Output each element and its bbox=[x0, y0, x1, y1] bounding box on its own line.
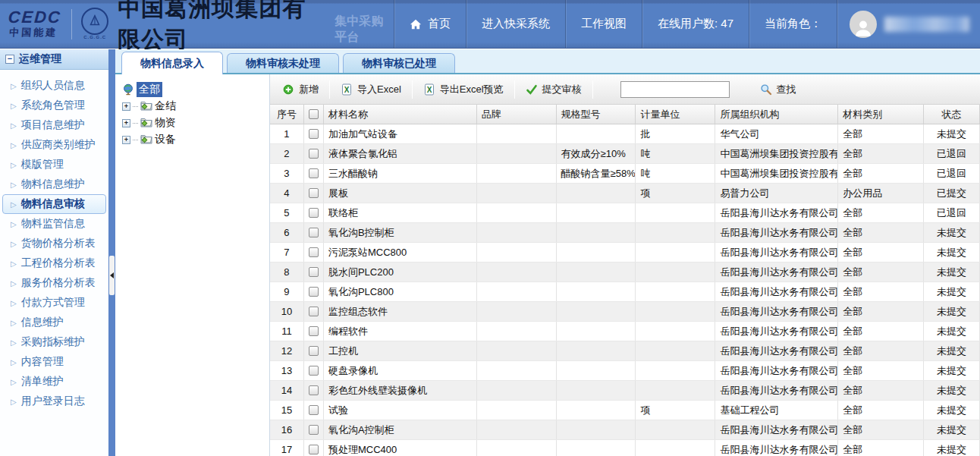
row-checkbox[interactable] bbox=[309, 405, 319, 415]
sidebar-item[interactable]: ▷组织人员信息 bbox=[2, 76, 106, 96]
table-row[interactable]: 15试验项基础工程公司全部未提交 bbox=[270, 401, 980, 420]
sidebar-item[interactable]: ▷模版管理 bbox=[2, 155, 106, 175]
add-button[interactable]: 新增 bbox=[276, 80, 325, 99]
row-checkbox[interactable] bbox=[309, 228, 319, 237]
nav-work-view[interactable]: 工作视图 bbox=[565, 0, 642, 48]
sidebar-item[interactable]: ▷货物价格分析表 bbox=[2, 234, 106, 253]
row-checkbox[interactable] bbox=[309, 208, 319, 218]
tree-expander-icon[interactable]: + bbox=[122, 102, 130, 111]
sidebar-item[interactable]: ▷项目信息维护 bbox=[2, 115, 106, 135]
sidebar-splitter[interactable] bbox=[108, 49, 115, 456]
sidebar-group-header[interactable]: − 运维管理 bbox=[0, 49, 108, 70]
table-row[interactable]: 12工控机岳阳县海川达水务有限公司全部未提交 bbox=[270, 341, 980, 361]
sidebar-item[interactable]: ▷服务价格分析表 bbox=[2, 273, 106, 293]
cell-org: 岳阳县海川达水务有限公司 bbox=[715, 420, 838, 439]
sidebar-collapse-handle[interactable] bbox=[109, 256, 115, 295]
row-checkbox[interactable] bbox=[309, 425, 319, 435]
home-icon bbox=[410, 18, 422, 30]
search-input[interactable] bbox=[620, 81, 730, 98]
sidebar-item[interactable]: ▷物料信息审核 bbox=[2, 194, 106, 214]
user-chip[interactable] bbox=[837, 0, 980, 48]
table-row[interactable]: 5联络柜岳阳县海川达水务有限公司全部已退回 bbox=[270, 203, 980, 223]
row-checkbox[interactable] bbox=[309, 129, 319, 139]
tree-node[interactable]: +物资 bbox=[121, 115, 269, 131]
find-button[interactable]: 查找 bbox=[754, 80, 803, 99]
cell-seq: 5 bbox=[270, 203, 304, 222]
company-emblem-icon: C.G.G.C bbox=[81, 8, 108, 40]
tree-expander-icon[interactable]: + bbox=[122, 136, 130, 144]
sidebar-item[interactable]: ▷信息维护 bbox=[2, 313, 106, 332]
platform-subtitle: 集中采购平台 bbox=[335, 14, 394, 46]
table-row[interactable]: 2液体聚合氯化铝有效成分≥10%吨中国葛洲坝集团投资控股有限公司全部已退回 bbox=[270, 144, 980, 164]
tree-node[interactable]: +金结 bbox=[121, 98, 269, 115]
table-row[interactable]: 17预处理MCC400岳阳县海川达水务有限公司全部未提交 bbox=[270, 440, 980, 456]
sidebar-item[interactable]: ▷工程价格分析表 bbox=[2, 253, 106, 273]
cell-name: 加油加气站设备 bbox=[324, 124, 477, 143]
cell-brand bbox=[477, 440, 557, 456]
table-row[interactable]: 7污泥泵站MCC800岳阳县海川达水务有限公司全部未提交 bbox=[270, 243, 980, 263]
row-checkbox[interactable] bbox=[309, 247, 319, 257]
table-row[interactable]: 10监控组态软件岳阳县海川达水务有限公司全部未提交 bbox=[270, 302, 980, 322]
column-header-org[interactable]: 所属组织机构 bbox=[715, 105, 838, 124]
table-row[interactable]: 13硬盘录像机岳阳县海川达水务有限公司全部未提交 bbox=[270, 361, 980, 381]
table-row[interactable]: 8脱水间PLC200岳阳县海川达水务有限公司全部未提交 bbox=[270, 263, 980, 282]
table-row[interactable]: 9氧化沟PLC800岳阳县海川达水务有限公司全部未提交 bbox=[270, 282, 980, 302]
row-checkbox[interactable] bbox=[309, 307, 319, 316]
cell-spec bbox=[557, 381, 636, 400]
row-checkbox[interactable] bbox=[309, 267, 319, 277]
sidebar-item[interactable]: ▷用户登录日志 bbox=[2, 392, 106, 411]
table-row[interactable]: 6氧化沟B控制柜岳阳县海川达水务有限公司全部未提交 bbox=[270, 223, 980, 243]
row-checkbox[interactable] bbox=[309, 326, 319, 336]
toolbar-divider bbox=[329, 80, 330, 99]
svg-text:X: X bbox=[344, 86, 350, 94]
row-checkbox[interactable] bbox=[309, 366, 319, 376]
column-header-unit[interactable]: 计量单位 bbox=[636, 105, 715, 124]
tree-expander-icon[interactable]: + bbox=[122, 119, 130, 127]
table-row[interactable]: 16氧化沟A控制柜岳阳县海川达水务有限公司全部未提交 bbox=[270, 420, 980, 440]
column-header-name[interactable]: 材料名称 bbox=[324, 105, 477, 124]
cell-name: 液体聚合氯化铝 bbox=[324, 144, 477, 163]
tab-material-entry[interactable]: 物料信息录入 bbox=[121, 52, 223, 74]
cell-name: 展板 bbox=[324, 184, 477, 203]
tree-node[interactable]: +设备 bbox=[121, 131, 269, 148]
cell-brand bbox=[477, 282, 557, 301]
row-checkbox[interactable] bbox=[309, 346, 319, 356]
sidebar-item[interactable]: ▷采购指标维护 bbox=[2, 332, 106, 352]
sidebar-item[interactable]: ▷物料信息维护 bbox=[2, 175, 106, 194]
nav-quick-procurement[interactable]: 进入快采系统 bbox=[466, 0, 565, 48]
nav-home[interactable]: 首页 bbox=[394, 0, 466, 48]
table-row[interactable]: 11编程软件岳阳县海川达水务有限公司全部未提交 bbox=[270, 322, 980, 341]
submit-review-button[interactable]: 提交审核 bbox=[520, 80, 588, 99]
row-checkbox[interactable] bbox=[309, 385, 319, 395]
table-row[interactable]: 4展板项易普力公司办公用品已提交 bbox=[270, 184, 980, 203]
export-excel-button[interactable]: X 导出Excel预览 bbox=[417, 80, 510, 99]
sidebar-item[interactable]: ▷供应商类别维护 bbox=[2, 135, 106, 155]
tab-review-processed[interactable]: 物料审核已处理 bbox=[343, 53, 455, 73]
row-checkbox[interactable] bbox=[309, 188, 319, 198]
app-header: CEDC 中国能建 C.G.G.C 中国葛洲坝集团有限公司 集中采购平台 首页 … bbox=[0, 0, 980, 49]
column-header-category[interactable]: 材料类别 bbox=[838, 105, 924, 124]
collapse-minus-icon[interactable]: − bbox=[5, 55, 14, 64]
sidebar-item[interactable]: ▷清单维护 bbox=[2, 372, 106, 392]
sidebar-item[interactable]: ▷内容管理 bbox=[2, 352, 106, 372]
select-all-checkbox[interactable] bbox=[309, 109, 319, 119]
column-header-status[interactable]: 状态 bbox=[924, 105, 980, 124]
row-checkbox[interactable] bbox=[309, 168, 319, 178]
table-row[interactable]: 1加油加气站设备批华气公司全部未提交 bbox=[270, 124, 980, 144]
cell-spec bbox=[557, 322, 636, 341]
sidebar-item[interactable]: ▷付款方式管理 bbox=[2, 293, 106, 313]
sidebar-item[interactable]: ▷物料监管信息 bbox=[2, 214, 106, 234]
row-checkbox[interactable] bbox=[309, 149, 319, 159]
column-header-brand[interactable]: 品牌 bbox=[477, 105, 557, 124]
tree-node-all[interactable]: 全部 bbox=[121, 81, 269, 98]
category-tree: 全部 +金结+物资+设备 bbox=[115, 74, 270, 456]
row-checkbox[interactable] bbox=[309, 287, 319, 297]
column-header-spec[interactable]: 规格型号 bbox=[557, 105, 636, 124]
column-header-seq[interactable]: 序号 bbox=[270, 105, 304, 124]
import-excel-button[interactable]: X 导入Excel bbox=[335, 80, 407, 99]
tab-review-pending[interactable]: 物料审核未处理 bbox=[227, 53, 339, 73]
sidebar-item[interactable]: ▷系统角色管理 bbox=[2, 96, 106, 115]
table-row[interactable]: 14彩色红外线壁装摄像机岳阳县海川达水务有限公司全部未提交 bbox=[270, 381, 980, 401]
table-row[interactable]: 3三水醋酸钠醋酸钠含量≥58%吨中国葛洲坝集团投资控股有限公司全部已退回 bbox=[270, 164, 980, 184]
row-checkbox[interactable] bbox=[309, 445, 319, 454]
